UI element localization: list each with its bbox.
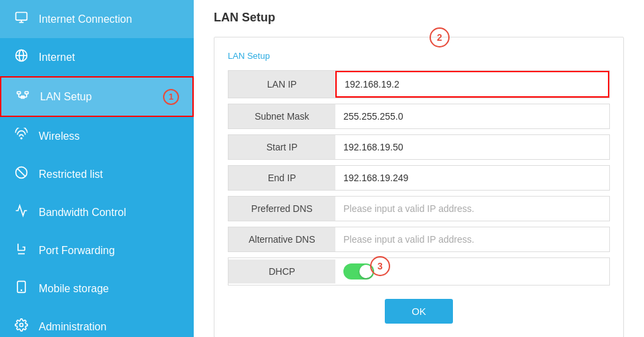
ok-button[interactable]: OK	[385, 299, 453, 324]
restricted-list-icon	[13, 166, 29, 183]
sidebar-item-label-internet-connection: Internet Connection	[39, 13, 132, 25]
field-label-preferred-dns: Preferred DNS	[228, 197, 335, 221]
form-row-start-ip: Start IP	[228, 134, 610, 160]
internet-icon	[13, 49, 29, 66]
sidebar-item-label-lan-setup: LAN Setup	[40, 91, 92, 103]
sidebar-item-port-forwarding[interactable]: Port Forwarding	[0, 231, 194, 269]
ok-button-container: OK	[228, 299, 610, 324]
dhcp-toggle-container: 3	[335, 258, 382, 285]
sidebar-item-internet[interactable]: Internet	[0, 38, 194, 76]
toggle-track	[343, 263, 374, 279]
sidebar-item-label-mobile-storage: Mobile storage	[39, 283, 109, 295]
sidebar-item-bandwidth-control[interactable]: Bandwidth Control	[0, 193, 194, 231]
annotation-1: 1	[163, 89, 179, 105]
form-row-end-ip: End IP	[228, 165, 610, 191]
form-row-subnet-mask: Subnet Mask	[228, 104, 610, 129]
field-input-subnet-mask[interactable]	[335, 104, 609, 128]
field-label-end-ip: End IP	[228, 166, 335, 190]
sidebar-item-label-administration: Administration	[39, 321, 106, 333]
sidebar-item-label-bandwidth-control: Bandwidth Control	[39, 207, 126, 219]
svg-line-15	[17, 168, 25, 177]
toggle-thumb	[359, 265, 373, 278]
mobile-storage-icon	[13, 280, 29, 297]
sidebar-item-internet-connection[interactable]: Internet Connection	[0, 0, 194, 38]
form-row-alternative-dns: Alternative DNS	[228, 227, 610, 252]
sidebar-item-mobile-storage[interactable]: Mobile storage	[0, 269, 194, 308]
sidebar-item-label-internet: Internet	[39, 51, 75, 64]
bandwidth-control-icon	[13, 204, 29, 221]
form-section-label: LAN Setup	[228, 51, 610, 61]
main-content: LAN Setup 2 LAN Setup LAN IPSubnet MaskS…	[194, 0, 644, 337]
dhcp-row: DHCP 3	[228, 257, 610, 286]
field-label-start-ip: Start IP	[228, 135, 335, 159]
svg-point-13	[21, 138, 22, 139]
field-input-alternative-dns[interactable]	[335, 227, 609, 251]
sidebar-item-wireless[interactable]: Wireless	[0, 117, 194, 155]
sidebar-item-administration[interactable]: Administration	[0, 308, 194, 337]
field-input-end-ip[interactable]	[335, 166, 609, 190]
dhcp-label: DHCP	[228, 259, 335, 284]
form-row-lan-ip: LAN IP	[228, 70, 610, 98]
svg-rect-0	[16, 13, 27, 21]
page-title: LAN Setup	[214, 11, 624, 25]
sidebar-item-label-wireless: Wireless	[39, 130, 79, 142]
annotation-2: 2	[430, 27, 450, 47]
internet-connection-icon	[13, 11, 29, 27]
svg-rect-7	[25, 92, 28, 94]
field-input-preferred-dns[interactable]	[335, 197, 609, 221]
form-row-preferred-dns: Preferred DNS	[228, 196, 610, 221]
field-label-alternative-dns: Alternative DNS	[228, 227, 335, 251]
svg-rect-6	[17, 92, 21, 94]
administration-icon	[13, 318, 29, 335]
dhcp-toggle[interactable]	[343, 263, 374, 279]
sidebar-item-restricted-list[interactable]: Restricted list	[0, 155, 194, 193]
sidebar-item-label-port-forwarding: Port Forwarding	[39, 245, 115, 257]
sidebar-item-lan-setup[interactable]: LAN Setup1	[0, 76, 194, 117]
field-label-subnet-mask: Subnet Mask	[228, 104, 335, 128]
field-input-lan-ip[interactable]	[335, 71, 609, 98]
form-panel: 2 LAN Setup LAN IPSubnet MaskStart IPEnd…	[214, 37, 624, 337]
svg-point-18	[20, 324, 23, 327]
port-forwarding-icon	[13, 242, 29, 259]
sidebar-item-label-restricted-list: Restricted list	[39, 168, 103, 181]
sidebar: Internet ConnectionInternetLAN Setup1Wir…	[0, 0, 194, 337]
wireless-icon	[13, 128, 29, 144]
lan-setup-icon	[15, 88, 31, 105]
fields-container: LAN IPSubnet MaskStart IPEnd IPPreferred…	[228, 70, 610, 252]
field-input-start-ip[interactable]	[335, 135, 609, 159]
field-label-lan-ip: LAN IP	[228, 71, 335, 98]
